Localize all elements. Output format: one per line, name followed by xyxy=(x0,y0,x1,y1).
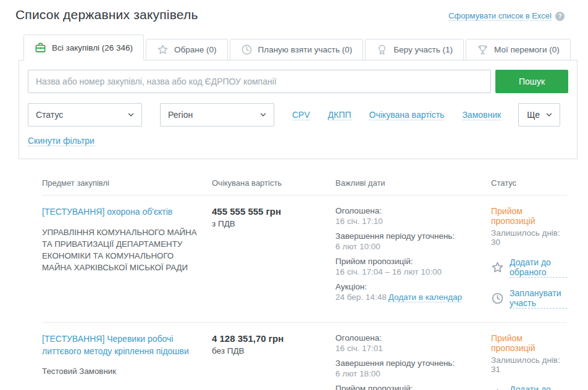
announced-label: Оголошена: xyxy=(335,333,491,342)
table-row: [ТЕСТУВАННЯ] Черевики робочі литтєвого м… xyxy=(42,322,567,390)
search-input[interactable] xyxy=(28,70,491,93)
procurement-title-link[interactable]: [ТЕСТУВАННЯ] Черевики робочі литтєвого м… xyxy=(42,333,201,357)
value-cell: 455 555 555 грн з ПДВ xyxy=(212,206,335,309)
region-select[interactable]: Регіон xyxy=(160,103,274,127)
buyer-name: Тестовий Замовник xyxy=(42,365,201,377)
add-to-favorites-action: Додати до обраного xyxy=(491,384,567,390)
expected-value: 4 128 351,70 грн xyxy=(212,333,335,344)
help-icon[interactable]: ? xyxy=(555,12,565,21)
auction-date: 24 бер. 14:48Додати в календар xyxy=(335,292,491,302)
buyer-name: УПРАВЛІННЯ КОМУНАЛЬНОГО МАЙНА ТА ПРИВАТИ… xyxy=(42,226,201,274)
filter-row: Статус Регіон CPV ДКПП Очікувана вартіст… xyxy=(28,103,568,127)
reset-filters-link[interactable]: Скинути фільтри xyxy=(28,136,94,146)
bids-label: Прийом пропозицій: xyxy=(335,384,491,390)
clarifications-date: 6 лют 18:00 xyxy=(335,369,491,378)
clarifications-label: Завершення періоду уточнень: xyxy=(335,231,491,241)
chevron-down-icon xyxy=(545,110,553,119)
search-filter-panel: Пошук Статус Регіон CPV ДКПП Очікув xyxy=(19,60,578,159)
announced-date: 16 січ. 17:10 xyxy=(335,217,491,226)
tab-label: Планую взяти участь (0) xyxy=(258,45,353,54)
star-icon xyxy=(491,261,504,274)
bids-period: 16 січ. 17:04 – 16 лют 10:00 xyxy=(335,267,491,276)
tab-favorites[interactable]: Обране (0) xyxy=(146,39,227,60)
tab-label: Мої перемоги (0) xyxy=(494,45,560,54)
add-to-calendar-link[interactable]: Додати в календар xyxy=(388,292,462,302)
more-filters-dropdown[interactable]: Ще xyxy=(518,103,560,127)
filter-buyer-link[interactable]: Замовник xyxy=(462,110,501,120)
chevron-down-icon xyxy=(259,110,267,119)
expected-value: 455 555 555 грн xyxy=(212,206,335,217)
status-badge: Прийом пропозицій xyxy=(491,333,567,353)
trophy-icon xyxy=(477,44,489,56)
clarifications-date: 6 лют 10:00 xyxy=(335,242,491,251)
tab-bar: Всі закупівлі (26 346) Обране (0) Пла xyxy=(19,35,578,60)
page-title: Список державних закупівель xyxy=(15,7,198,22)
subject-cell: [ТЕСТУВАННЯ] охорона об'єктів УПРАВЛІННЯ… xyxy=(42,206,212,309)
medal-icon xyxy=(376,44,388,56)
status-badge: Прийом пропозицій xyxy=(491,206,567,226)
announced-date: 16 січ. 17:01 xyxy=(335,344,491,353)
plan-participation-action: Запланувати участь xyxy=(491,288,567,309)
col-header-status: Статус xyxy=(491,178,567,188)
days-left: Залишилось днів: 30 xyxy=(491,228,567,247)
filter-dkpp-link[interactable]: ДКПП xyxy=(328,110,351,120)
table-header-row: Предмет закупівлі Очікувана вартість Важ… xyxy=(42,172,567,195)
page-header: Список державних закупівель Сформувати с… xyxy=(0,5,588,22)
status-select[interactable]: Статус xyxy=(28,103,142,127)
vat-note: без ПДВ xyxy=(212,346,335,355)
filter-expected-value-link[interactable]: Очікувана вартість xyxy=(369,110,445,120)
tab-all-procurements[interactable]: Всі закупівлі (26 346) xyxy=(23,35,144,60)
status-select-value: Статус xyxy=(36,110,63,120)
export-excel-link[interactable]: Сформувати список в Excel xyxy=(448,11,552,21)
procurement-list-page: Список державних закупівель Сформувати с… xyxy=(0,0,588,390)
search-button[interactable]: Пошук xyxy=(495,70,568,93)
procurement-title-link[interactable]: [ТЕСТУВАННЯ] охорона об'єктів xyxy=(42,206,201,218)
clock-icon xyxy=(491,292,504,305)
add-to-favorites-action: Додати до обраного xyxy=(491,257,567,278)
tab-participating[interactable]: Беру участь (1) xyxy=(365,39,464,60)
days-left: Залишилось днів: 31 xyxy=(491,355,567,374)
main-content: Всі закупівлі (26 346) Обране (0) Пла xyxy=(19,35,578,390)
filter-cpv-link[interactable]: CPV xyxy=(292,110,310,120)
auction-label: Аукціон: xyxy=(335,282,491,291)
region-select-value: Регіон xyxy=(168,110,193,120)
add-to-favorites-link[interactable]: Додати до обраного xyxy=(510,384,567,390)
add-to-favorites-link[interactable]: Додати до обраного xyxy=(510,257,567,278)
subject-cell: [ТЕСТУВАННЯ] Черевики робочі литтєвого м… xyxy=(42,333,212,390)
auction-date-value: 24 бер. 14:48 xyxy=(335,292,387,302)
chevron-down-icon xyxy=(127,110,135,119)
briefcase-icon xyxy=(35,42,46,54)
star-icon xyxy=(157,44,169,56)
excel-export: Сформувати список в Excel ? xyxy=(448,11,565,21)
dates-cell: Оголошена: 16 січ. 17:01 Завершення пері… xyxy=(335,333,491,390)
tab-label: Всі закупівлі (26 346) xyxy=(52,43,133,52)
procurement-table: Предмет закупівлі Очікувана вартість Важ… xyxy=(42,172,567,390)
tab-label: Беру участь (1) xyxy=(393,45,453,54)
table-row: [ТЕСТУВАННЯ] охорона об'єктів УПРАВЛІННЯ… xyxy=(42,195,567,322)
col-header-value: Очікувана вартість xyxy=(212,178,335,188)
clock-icon xyxy=(241,44,253,56)
tab-label: Обране (0) xyxy=(174,45,216,54)
announced-label: Оголошена: xyxy=(335,206,491,215)
col-header-dates: Важливі дати xyxy=(335,178,491,188)
more-filters-label: Ще xyxy=(527,110,540,120)
col-header-subject: Предмет закупівлі xyxy=(42,178,212,188)
status-cell: Прийом пропозицій Залишилось днів: 31 До… xyxy=(491,333,567,390)
tab-plan-to-participate[interactable]: Планую взяти участь (0) xyxy=(230,39,364,60)
clarifications-label: Завершення періоду уточнень: xyxy=(335,359,491,368)
value-cell: 4 128 351,70 грн без ПДВ xyxy=(212,333,335,390)
tab-my-wins[interactable]: Мої перемоги (0) xyxy=(466,39,571,60)
status-cell: Прийом пропозицій Залишилось днів: 30 До… xyxy=(491,206,567,309)
search-row: Пошук xyxy=(28,70,568,93)
vat-note: з ПДВ xyxy=(212,219,335,228)
bids-label: Прийом пропозицій: xyxy=(335,257,491,266)
dates-cell: Оголошена: 16 січ. 17:10 Завершення пері… xyxy=(335,206,491,309)
plan-participation-link[interactable]: Запланувати участь xyxy=(510,288,567,309)
